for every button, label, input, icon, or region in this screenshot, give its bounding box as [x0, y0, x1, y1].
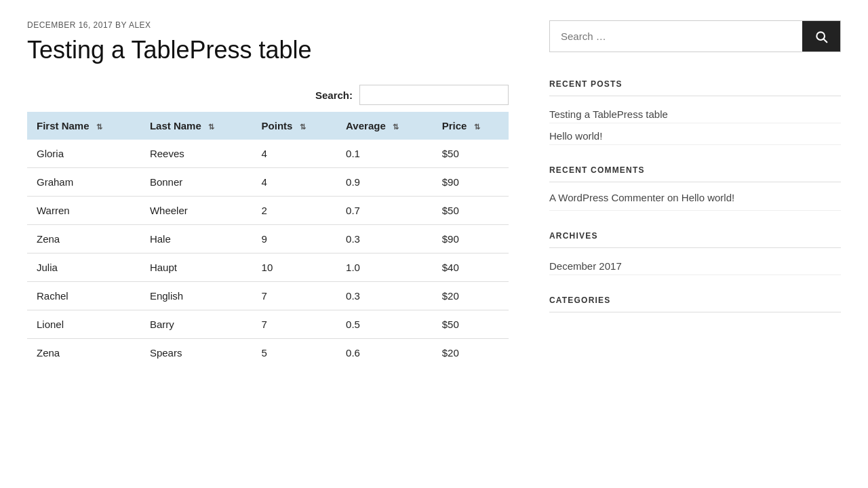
cell-price-4: $40	[433, 253, 509, 282]
categories-section: Categories	[549, 296, 841, 312]
table-search-label: Search:	[315, 89, 353, 101]
cell-first_name-4: Julia	[27, 253, 140, 282]
sidebar-search-input[interactable]	[550, 21, 802, 52]
cell-first_name-5: Rachel	[27, 282, 140, 310]
cell-last_name-0: Reeves	[140, 140, 252, 168]
categories-divider	[549, 312, 841, 312]
table-row: ZenaSpears50.6$20	[27, 339, 509, 367]
sidebar: Recent Posts Testing a TablePress table …	[549, 20, 841, 367]
table-row: GrahamBonner40.9$90	[27, 168, 509, 197]
col-label-first-name: First Name	[37, 120, 90, 131]
col-label-price: Price	[442, 120, 467, 131]
recent-comments-divider	[549, 182, 841, 182]
col-label-last-name: Last Name	[150, 120, 201, 131]
sort-arrows-first-name: ⇅	[96, 123, 102, 131]
cell-average-0: 0.1	[336, 140, 433, 168]
sidebar-search-widget	[549, 20, 841, 52]
data-table: First Name ⇅ Last Name ⇅ Points ⇅ Averag…	[27, 112, 509, 367]
cell-average-5: 0.3	[336, 282, 433, 310]
cell-first_name-7: Zena	[27, 339, 140, 367]
recent-posts-divider	[549, 96, 841, 96]
cell-average-6: 0.5	[336, 310, 433, 339]
comment-post-link[interactable]: Hello world!	[682, 192, 734, 203]
archive-link-0[interactable]: December 2017	[549, 258, 841, 275]
cell-last_name-1: Bonner	[140, 168, 252, 197]
archives-title: Archives	[549, 231, 841, 241]
table-row: RachelEnglish70.3$20	[27, 282, 509, 310]
comment-author-link[interactable]: A WordPress Commenter	[549, 192, 665, 203]
cell-points-0: 4	[252, 140, 336, 168]
table-row: ZenaHale90.3$90	[27, 225, 509, 253]
col-header-first-name[interactable]: First Name ⇅	[27, 112, 140, 140]
cell-last_name-2: Wheeler	[140, 197, 252, 225]
cell-last_name-5: English	[140, 282, 252, 310]
sidebar-search-button[interactable]	[802, 21, 840, 52]
recent-post-link-1[interactable]: Hello world!	[549, 127, 841, 145]
cell-points-6: 7	[252, 310, 336, 339]
cell-points-1: 4	[252, 168, 336, 197]
main-content: December 16, 2017 by Alex Testing a Tabl…	[27, 20, 509, 367]
archives-section: Archives December 2017	[549, 231, 841, 275]
cell-price-6: $50	[433, 310, 509, 339]
cell-price-1: $90	[433, 168, 509, 197]
cell-points-3: 9	[252, 225, 336, 253]
sort-arrows-last-name: ⇅	[208, 123, 214, 131]
categories-title: Categories	[549, 296, 841, 305]
cell-points-4: 10	[252, 253, 336, 282]
cell-average-3: 0.3	[336, 225, 433, 253]
col-header-points[interactable]: Points ⇅	[252, 112, 336, 140]
table-row: LionelBarry70.5$50	[27, 310, 509, 339]
sort-arrows-average: ⇅	[393, 123, 399, 131]
recent-comments-title: Recent Comments	[549, 165, 841, 175]
svg-line-1	[824, 39, 827, 42]
col-header-last-name[interactable]: Last Name ⇅	[140, 112, 252, 140]
cell-last_name-7: Spears	[140, 339, 252, 367]
svg-point-0	[816, 32, 825, 40]
col-header-price[interactable]: Price ⇅	[433, 112, 509, 140]
cell-points-2: 2	[252, 197, 336, 225]
col-label-points: Points	[262, 120, 293, 131]
cell-price-0: $50	[433, 140, 509, 168]
table-search-input[interactable]	[359, 85, 509, 105]
archives-divider	[549, 247, 841, 248]
cell-last_name-4: Haupt	[140, 253, 252, 282]
post-title: Testing a TablePress table	[27, 35, 509, 64]
post-meta: December 16, 2017 by Alex	[27, 20, 509, 30]
cell-average-2: 0.7	[336, 197, 433, 225]
cell-price-5: $20	[433, 282, 509, 310]
recent-post-link-0[interactable]: Testing a TablePress table	[549, 106, 841, 123]
cell-first_name-6: Lionel	[27, 310, 140, 339]
cell-first_name-3: Zena	[27, 225, 140, 253]
cell-points-5: 7	[252, 282, 336, 310]
cell-last_name-6: Barry	[140, 310, 252, 339]
recent-posts-section: Recent Posts Testing a TablePress table …	[549, 79, 841, 145]
sort-arrows-points: ⇅	[300, 123, 306, 131]
cell-points-7: 5	[252, 339, 336, 367]
cell-price-3: $90	[433, 225, 509, 253]
cell-price-7: $20	[433, 339, 509, 367]
cell-average-4: 1.0	[336, 253, 433, 282]
cell-first_name-2: Warren	[27, 197, 140, 225]
sort-arrows-price: ⇅	[474, 123, 480, 131]
table-search-row: Search:	[27, 85, 509, 105]
recent-comments-section: Recent Comments A WordPress Commenter on…	[549, 165, 841, 211]
table-row: JuliaHaupt101.0$40	[27, 253, 509, 282]
cell-price-2: $50	[433, 197, 509, 225]
cell-first_name-1: Graham	[27, 168, 140, 197]
table-row: GloriaReeves40.1$50	[27, 140, 509, 168]
table-row: WarrenWheeler20.7$50	[27, 197, 509, 225]
table-header-row: First Name ⇅ Last Name ⇅ Points ⇅ Averag…	[27, 112, 509, 140]
cell-average-1: 0.9	[336, 168, 433, 197]
search-icon	[814, 30, 828, 43]
cell-last_name-3: Hale	[140, 225, 252, 253]
col-label-average: Average	[346, 120, 386, 131]
col-header-average[interactable]: Average ⇅	[336, 112, 433, 140]
recent-comment-0: A WordPress Commenter on Hello world!	[549, 192, 841, 211]
cell-average-7: 0.6	[336, 339, 433, 367]
cell-first_name-0: Gloria	[27, 140, 140, 168]
recent-posts-title: Recent Posts	[549, 79, 841, 89]
